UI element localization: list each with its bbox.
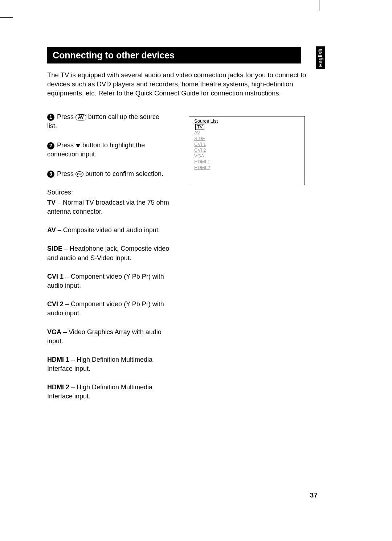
ok-button-icon: OK (75, 171, 83, 177)
source-hdmi2: HDMI 2 – High Definition Multimedia Inte… (47, 383, 171, 401)
intro-paragraph: The TV is equipped with several audio an… (47, 71, 323, 98)
step-number-3-icon: 3 (47, 171, 54, 178)
source-list-item: HDMI 2 (194, 165, 210, 171)
source-list-item: VGA (194, 153, 204, 159)
crop-marks (0, 0, 392, 22)
step-2: 2 Press button to highlight the connecti… (47, 141, 171, 159)
down-arrow-icon (75, 144, 81, 148)
source-vga: VGA – Video Graphics Array with audio in… (47, 328, 171, 346)
step-number-1-icon: 1 (47, 114, 54, 121)
step-1: 1 Press AV button call up the source lis… (47, 112, 171, 131)
source-list-item: SIDE (194, 136, 205, 142)
av-button-icon: AV (75, 114, 86, 120)
source-hdmi1: HDMI 1 – High Definition Multimedia Inte… (47, 355, 171, 373)
source-list-item: HDMI 1 (194, 159, 210, 165)
step-3: 3 Press OK button to confirm selection. (47, 169, 171, 179)
page-number: 37 (310, 491, 318, 499)
source-list-item: CVI 1 (194, 142, 206, 147)
source-list-item: AV (194, 130, 200, 136)
source-list-diagram: Source List TV AV SIDE CVI 1 CVI 2 VGA H… (189, 116, 305, 185)
source-av: AV – Composite video and audio input. (47, 226, 171, 235)
source-list-header: Source List (192, 118, 302, 124)
section-title: Connecting to other devices (47, 47, 301, 63)
source-cvi2: CVI 2 – Component video (Y Pb Pr) with a… (47, 300, 171, 318)
source-list-selected: TV (195, 124, 204, 130)
source-list-item: CVI 2 (194, 147, 206, 153)
source-side: SIDE – Headphone jack, Composite video a… (47, 244, 171, 262)
sources-label: Sources: (47, 189, 171, 196)
source-cvi1: CVI 1 – Component video (Y Pb Pr) with a… (47, 272, 171, 290)
step-number-2-icon: 2 (47, 142, 54, 149)
source-tv: TV – Normal TV broadcast via the 75 ohm … (47, 198, 171, 216)
